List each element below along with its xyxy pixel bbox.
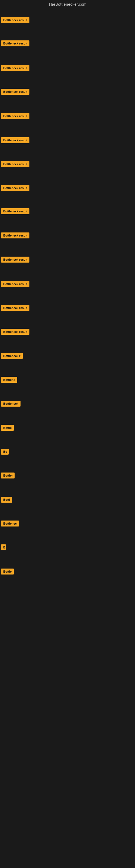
bottleneck-badge[interactable]: Bottleneck result: [1, 185, 30, 191]
bottleneck-row: Bottleneck: [0, 399, 21, 409]
bottleneck-badge[interactable]: Bottleneck result: [1, 329, 30, 335]
bottleneck-row: Bo: [0, 447, 10, 457]
bottleneck-row: B: [0, 543, 7, 553]
bottleneck-badge[interactable]: Bottleneck result: [1, 232, 30, 239]
bottleneck-row: Bottleneck r: [0, 351, 24, 362]
bottleneck-row: Bottleneck result: [0, 87, 31, 97]
bottleneck-row: Bottleneck result: [0, 303, 31, 314]
bottleneck-badge[interactable]: Bottleneck r: [1, 353, 23, 359]
bottleneck-row: Bottle: [0, 567, 15, 577]
bottleneck-row: Bottleneck result: [0, 112, 31, 122]
bottleneck-row: Bottl: [0, 495, 13, 505]
bottleneck-badge[interactable]: Bottleneck result: [1, 161, 30, 167]
bottleneck-badge[interactable]: Bottleneck: [1, 401, 20, 407]
bottleneck-row: Bottle: [0, 423, 15, 433]
bottleneck-badge[interactable]: Bottleneck result: [1, 257, 30, 262]
bottleneck-row: Bottleneck result: [0, 231, 31, 241]
bottleneck-row: Bottleneck result: [0, 39, 31, 49]
bottleneck-row: Bottlenec: [0, 519, 20, 529]
bottleneck-badge[interactable]: Bottleneck result: [1, 17, 30, 23]
bottleneck-row: Bottleneck result: [0, 183, 31, 194]
bottleneck-badge[interactable]: Bottlene: [1, 377, 17, 383]
page-wrapper: TheBottlenecker.com Bottleneck resultBot…: [0, 0, 135, 868]
bottleneck-badge[interactable]: Bottleneck result: [1, 305, 30, 311]
bottleneck-badge[interactable]: Bottle: [1, 568, 14, 575]
bottleneck-row: Bottleneck result: [0, 255, 31, 265]
bottleneck-row: Bottleneck result: [0, 159, 31, 170]
bottleneck-badge[interactable]: Bottleneck result: [1, 89, 30, 95]
bottleneck-badge[interactable]: Bottlenec: [1, 521, 19, 527]
bottleneck-badge[interactable]: Bottleneck result: [1, 208, 30, 214]
bottleneck-row: Bottleneck result: [0, 327, 31, 337]
site-title: TheBottlenecker.com: [0, 0, 135, 8]
bottleneck-row: Bottleneck result: [0, 279, 31, 290]
bottleneck-badge[interactable]: Bottleneck result: [1, 40, 30, 46]
bottleneck-badge[interactable]: Bo: [1, 448, 9, 455]
bottleneck-row: Bottleneck result: [0, 63, 31, 74]
bottleneck-badge[interactable]: Bottleneck result: [1, 113, 30, 119]
bottleneck-badge[interactable]: B: [1, 545, 6, 550]
bottleneck-badge[interactable]: Bottleneck result: [1, 281, 30, 287]
bottleneck-row: Bottleneck result: [0, 207, 31, 217]
bottleneck-badge[interactable]: Bottler: [1, 472, 14, 478]
bottleneck-badge[interactable]: Bottleneck result: [1, 137, 30, 143]
bottleneck-row: Bottlene: [0, 375, 18, 385]
bottleneck-row: Bottleneck result: [0, 16, 31, 26]
bottleneck-row: Bottleneck result: [0, 135, 31, 146]
bottleneck-badge[interactable]: Bottl: [1, 497, 12, 503]
bottleneck-badge[interactable]: Bottleneck result: [1, 65, 30, 71]
bottleneck-badge[interactable]: Bottle: [1, 425, 14, 431]
bottleneck-row: Bottler: [0, 471, 16, 481]
